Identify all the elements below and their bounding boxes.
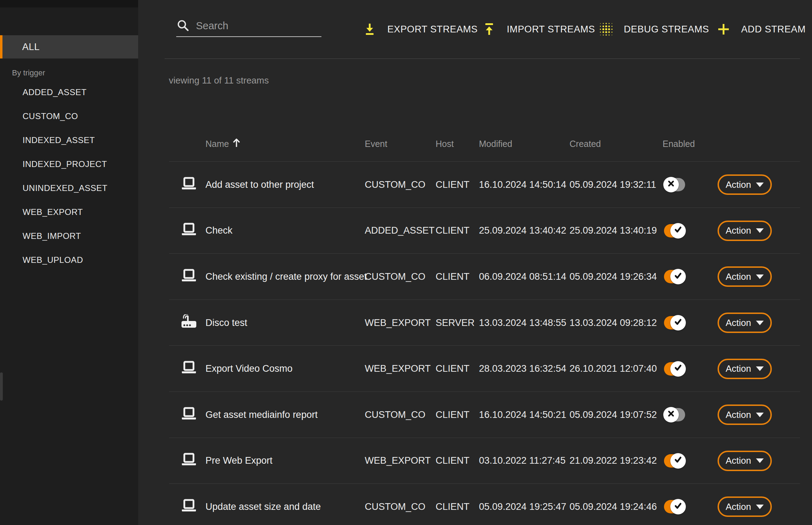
search-icon bbox=[176, 19, 190, 32]
chevron-down-icon bbox=[756, 183, 764, 187]
stream-created: 05.09.2024 19:07:52 bbox=[570, 392, 657, 438]
enabled-toggle[interactable] bbox=[664, 454, 685, 468]
action-button-label: Action bbox=[726, 501, 751, 512]
action-button[interactable]: Action bbox=[718, 266, 772, 287]
toggle-check-icon bbox=[673, 271, 683, 283]
chevron-down-icon bbox=[756, 366, 764, 371]
column-header-name[interactable]: Name bbox=[205, 134, 241, 154]
action-button[interactable]: Action bbox=[718, 221, 772, 241]
import-streams-button[interactable]: IMPORT STREAMS bbox=[482, 18, 595, 40]
stream-row[interactable]: Check ADDED_ASSET CLIENT 25.09.2024 13:4… bbox=[0, 208, 812, 254]
action-button-label: Action bbox=[726, 179, 751, 190]
action-button-label: Action bbox=[726, 271, 751, 282]
column-header-enabled[interactable]: Enabled bbox=[663, 134, 695, 154]
toggle-x-icon bbox=[667, 409, 675, 420]
debug-streams-button[interactable]: DEBUG STREAMS bbox=[599, 18, 709, 40]
action-button[interactable]: Action bbox=[718, 451, 772, 471]
column-header-modified[interactable]: Modified bbox=[479, 134, 512, 154]
stream-event: WEB_EXPORT bbox=[365, 438, 431, 484]
enabled-toggle[interactable] bbox=[664, 316, 685, 329]
stream-row[interactable]: Export Video Cosmo WEB_EXPORT CLIENT 28.… bbox=[0, 346, 812, 392]
laptop-icon bbox=[181, 269, 197, 285]
router-icon bbox=[181, 314, 197, 332]
debug-streams-icon bbox=[599, 21, 613, 38]
stream-event: CUSTOM_CO bbox=[365, 484, 425, 525]
stream-rows: Add asset to other project CUSTOM_CO CLI… bbox=[0, 162, 812, 525]
toggle-thumb bbox=[663, 407, 679, 422]
search-input[interactable] bbox=[195, 17, 321, 34]
laptop-icon bbox=[181, 223, 197, 239]
action-button[interactable]: Action bbox=[718, 359, 772, 379]
stream-row[interactable]: Disco test WEB_EXPORT SERVER 13.03.2024 … bbox=[0, 300, 812, 346]
toggle-thumb bbox=[670, 269, 686, 284]
sidebar-item-custom_co[interactable]: CUSTOM_CO bbox=[0, 104, 138, 128]
chevron-down-icon bbox=[756, 505, 764, 509]
stream-name: Disco test bbox=[205, 300, 247, 346]
enabled-toggle[interactable] bbox=[664, 178, 685, 191]
toggle-thumb bbox=[670, 453, 686, 469]
stream-modified: 03.10.2022 11:27:45 bbox=[479, 438, 566, 484]
stream-host: CLIENT bbox=[436, 438, 469, 484]
stream-modified: 13.03.2024 13:48:55 bbox=[479, 300, 566, 346]
stream-name: Pre Web Export bbox=[205, 438, 272, 484]
sidebar-item-label: CUSTOM_CO bbox=[23, 111, 78, 121]
add-stream-icon bbox=[716, 21, 731, 38]
laptop-icon bbox=[181, 361, 197, 377]
stream-host: CLIENT bbox=[436, 392, 469, 438]
toggle-check-icon bbox=[673, 501, 683, 513]
enabled-toggle[interactable] bbox=[664, 224, 685, 237]
chevron-down-icon bbox=[756, 274, 764, 279]
stream-created: 25.09.2024 13:40:19 bbox=[570, 208, 657, 254]
export-streams-button[interactable]: EXPORT STREAMS bbox=[363, 18, 478, 40]
stream-created: 13.03.2024 09:28:12 bbox=[570, 300, 657, 346]
import-streams-icon bbox=[482, 21, 496, 38]
stream-table-header: Name Event Host Modified Created Enabled bbox=[0, 134, 812, 162]
enabled-toggle[interactable] bbox=[664, 270, 685, 283]
stream-host: CLIENT bbox=[436, 254, 469, 300]
laptop-icon bbox=[181, 407, 197, 423]
stream-modified: 05.09.2024 19:25:47 bbox=[479, 484, 566, 525]
chevron-down-icon bbox=[756, 413, 764, 417]
sidebar-item-added_asset[interactable]: ADDED_ASSET bbox=[0, 80, 138, 104]
stream-row[interactable]: Get asset mediainfo report CUSTOM_CO CLI… bbox=[0, 392, 812, 438]
enabled-toggle[interactable] bbox=[664, 500, 685, 513]
stream-name: Check existing / create proxy for asset bbox=[205, 254, 367, 300]
toggle-thumb bbox=[670, 315, 686, 331]
action-button[interactable]: Action bbox=[718, 313, 772, 333]
enabled-toggle[interactable] bbox=[664, 408, 685, 421]
enabled-toggle[interactable] bbox=[664, 362, 685, 376]
stream-host: CLIENT bbox=[436, 484, 469, 525]
stream-host: CLIENT bbox=[436, 162, 469, 208]
chevron-down-icon bbox=[756, 458, 764, 463]
stream-row[interactable]: Update asset size and date CUSTOM_CO CLI… bbox=[0, 484, 812, 525]
sort-ascending-icon bbox=[232, 137, 241, 150]
action-button[interactable]: Action bbox=[718, 404, 772, 425]
toggle-thumb bbox=[670, 499, 686, 514]
column-header-created[interactable]: Created bbox=[570, 134, 601, 154]
stream-created: 21.09.2022 19:23:42 bbox=[570, 438, 657, 484]
chevron-down-icon bbox=[756, 228, 764, 233]
add-stream-button[interactable]: ADD STREAM bbox=[716, 18, 806, 40]
export-streams-label: EXPORT STREAMS bbox=[387, 24, 478, 35]
debug-streams-label: DEBUG STREAMS bbox=[624, 24, 709, 35]
action-button-label: Action bbox=[726, 455, 751, 466]
stream-event: ADDED_ASSET bbox=[365, 208, 435, 254]
action-button[interactable]: Action bbox=[718, 174, 772, 195]
stream-row[interactable]: Check existing / create proxy for asset … bbox=[0, 254, 812, 300]
stream-event: WEB_EXPORT bbox=[365, 300, 431, 346]
column-header-event[interactable]: Event bbox=[365, 134, 387, 154]
toggle-check-icon bbox=[673, 363, 683, 375]
stream-created: 05.09.2024 19:26:34 bbox=[570, 254, 657, 300]
stream-modified: 16.10.2024 14:50:14 bbox=[479, 162, 566, 208]
stream-row[interactable]: Add asset to other project CUSTOM_CO CLI… bbox=[0, 162, 812, 208]
stream-row[interactable]: Pre Web Export WEB_EXPORT CLIENT 03.10.2… bbox=[0, 438, 812, 484]
viewing-count-text: viewing 11 of 11 streams bbox=[169, 75, 269, 86]
laptop-icon bbox=[181, 177, 197, 193]
stream-event: CUSTOM_CO bbox=[365, 392, 425, 438]
stream-created: 05.09.2024 19:32:11 bbox=[570, 162, 656, 208]
action-button[interactable]: Action bbox=[718, 496, 772, 517]
sidebar-item-all[interactable]: ALL bbox=[0, 35, 138, 58]
stream-modified: 06.09.2024 08:51:14 bbox=[479, 254, 566, 300]
column-header-host[interactable]: Host bbox=[436, 134, 454, 154]
streams-app: ALL By trigger ADDED_ASSET CUSTOM_CO IND… bbox=[0, 0, 812, 525]
